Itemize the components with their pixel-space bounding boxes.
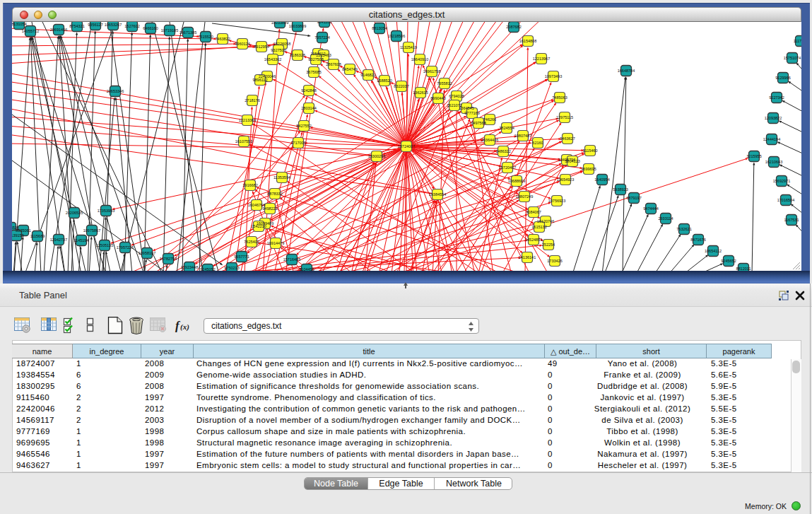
svg-text:20691406: 20691406 [50,28,67,32]
svg-text:15226058: 15226058 [273,42,290,46]
svg-text:20364436: 20364436 [481,138,498,142]
svg-text:1916682: 1916682 [242,183,257,187]
svg-text:1527602: 1527602 [124,24,139,28]
svg-text:6879197: 6879197 [626,196,641,200]
svg-text:10033809: 10033809 [271,22,288,25]
svg-text:10975867: 10975867 [83,228,100,233]
svg-text:14055712: 14055712 [22,29,39,33]
svg-text:19384554: 19384554 [429,192,446,197]
svg-text:9327508: 9327508 [308,57,323,62]
svg-text:8427552: 8427552 [296,124,311,128]
svg-text:1167531: 1167531 [784,218,799,222]
svg-text:9242848: 9242848 [301,88,316,93]
svg-text:20206535: 20206535 [66,211,83,215]
svg-text:1145194: 1145194 [73,238,88,243]
svg-text:18724007: 18724007 [398,144,415,148]
svg-text:9657771: 9657771 [234,255,249,259]
svg-text:18300295: 18300295 [368,154,385,158]
svg-text:8812011: 8812011 [736,267,751,271]
svg-text:13654923: 13654923 [557,177,574,182]
svg-text:11353594: 11353594 [273,175,290,180]
svg-text:9327500: 9327500 [271,48,286,52]
svg-text:1362615: 1362615 [413,90,428,95]
svg-text:9227342: 9227342 [769,95,784,100]
svg-text:10719185: 10719185 [161,28,178,33]
svg-text:7955812: 7955812 [437,81,452,86]
svg-text:18640910: 18640910 [411,57,428,62]
svg-text:7625402: 7625402 [244,240,259,244]
svg-text:19218506: 19218506 [388,34,405,38]
svg-text:16210643: 16210643 [765,160,782,164]
svg-text:2718176: 2718176 [245,98,259,103]
svg-text:12923448: 12923448 [181,265,198,269]
svg-text:10688609: 10688609 [508,179,525,183]
svg-text:10958107: 10958107 [139,251,155,255]
svg-text:9245652: 9245652 [721,259,736,263]
svg-text:9699695: 9699695 [581,167,596,171]
svg-text:1733426: 1733426 [547,259,562,263]
svg-text:8878332: 8878332 [267,192,282,196]
svg-text:17957225: 17957225 [117,245,134,250]
svg-text:9146821: 9146821 [360,73,375,77]
svg-text:16154808: 16154808 [519,39,536,43]
svg-text:16671385: 16671385 [180,30,196,35]
svg-text:1717006: 1717006 [290,141,305,145]
svg-text:12093822: 12093822 [765,116,782,120]
svg-text:9129966: 9129966 [775,76,790,80]
svg-text:9960124: 9960124 [235,42,249,46]
svg-text:18807249: 18807249 [516,194,533,199]
svg-text:7515520: 7515520 [198,35,213,39]
svg-text:1117203: 1117203 [794,39,801,43]
svg-text:14524851: 14524851 [525,238,542,242]
svg-text:15692971: 15692971 [773,179,790,183]
svg-text:5938923: 5938923 [613,187,628,192]
svg-text:12942737: 12942737 [50,238,67,242]
svg-text:(x): (x) [180,322,189,332]
svg-text:20653346: 20653346 [107,89,124,93]
svg-text:15720407: 15720407 [499,165,516,170]
svg-text:12213967: 12213967 [533,57,550,61]
svg-text:8912954: 8912954 [254,45,269,49]
svg-text:9896112: 9896112 [252,78,267,82]
svg-text:10973493: 10973493 [545,74,562,78]
svg-text:9750213: 9750213 [224,266,239,270]
svg-text:10033809: 10033809 [289,24,306,28]
svg-text:62160: 62160 [532,141,543,145]
svg-text:11325419: 11325419 [400,45,417,49]
svg-text:9245052: 9245052 [200,267,215,271]
svg-text:2087682: 2087682 [506,25,521,29]
svg-text:12975115: 12975115 [556,115,573,119]
svg-text:16782759: 16782759 [160,257,177,261]
svg-text:7357224: 7357224 [314,35,329,40]
svg-text:15716485: 15716485 [283,257,300,262]
svg-text:1364545: 1364545 [459,106,473,110]
svg-text:1542210: 1542210 [251,224,266,228]
svg-text:9474444: 9474444 [643,206,658,211]
svg-text:1640954: 1640954 [594,177,609,182]
svg-text:5804123: 5804123 [565,159,579,163]
svg-text:2933114: 2933114 [658,216,673,221]
svg-text:12505135: 12505135 [96,243,113,247]
svg-text:10807487: 10807487 [514,134,531,138]
svg-text:8186328: 8186328 [290,53,305,57]
svg-text:6466160: 6466160 [143,26,158,30]
svg-text:16648784: 16648784 [618,69,635,73]
svg-text:8535061: 8535061 [16,228,30,233]
svg-text:8322037: 8322037 [394,84,408,88]
svg-text:14136141: 14136141 [519,255,536,259]
svg-text:3675685: 3675685 [306,70,321,74]
svg-text:6794028: 6794028 [449,94,464,98]
svg-text:8990443: 8990443 [430,96,445,100]
svg-text:12213389: 12213389 [239,118,256,122]
svg-text:15751074: 15751074 [784,56,801,60]
svg-text:2803144: 2803144 [301,106,316,110]
svg-text:9139159: 9139159 [12,233,24,238]
svg-text:3215955: 3215955 [746,154,761,158]
svg-text:7485063: 7485063 [552,95,567,100]
svg-text:17016504: 17016504 [777,198,794,202]
svg-text:16120746: 16120746 [537,219,554,223]
svg-text:7632621: 7632621 [676,227,691,231]
svg-text:10756923: 10756923 [548,199,565,203]
svg-text:9356127: 9356127 [88,23,102,27]
svg-text:9777169: 9777169 [464,111,479,115]
